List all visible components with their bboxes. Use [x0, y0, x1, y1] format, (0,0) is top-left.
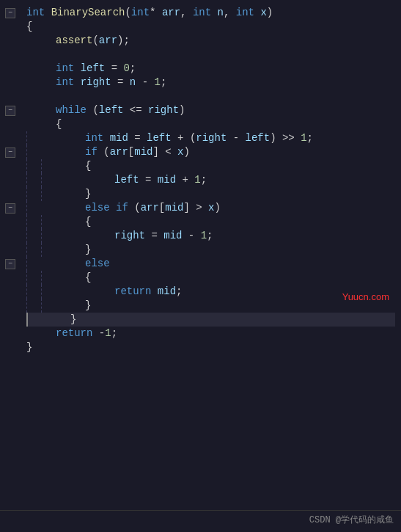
- gutter: − − − −: [0, 6, 21, 504]
- line-11: if (arr[mid] < x): [26, 145, 395, 159]
- code-editor: − − − −: [0, 0, 401, 532]
- code-content: int BinarySearch(int* arr, int n, int x)…: [21, 6, 401, 504]
- line-4: [26, 48, 395, 62]
- fold-marker-4[interactable]: −: [5, 203, 15, 214]
- line-24: return -1; Yuucn.com: [26, 327, 395, 340]
- watermark: Yuucn.com: [342, 290, 389, 304]
- line-17: right = mid - 1;: [26, 229, 395, 243]
- line-2: {: [26, 20, 395, 34]
- code-area: − − − −: [0, 0, 401, 510]
- line-12: {: [26, 159, 395, 173]
- line-22: }: [26, 299, 395, 313]
- line-5: int left = 0;: [26, 62, 395, 76]
- line-16: {: [26, 215, 395, 229]
- line-20: {: [26, 271, 395, 285]
- fold-marker-2[interactable]: −: [5, 106, 15, 116]
- line-23: }: [26, 313, 395, 327]
- line-19: else: [26, 257, 395, 271]
- fold-marker-5[interactable]: −: [5, 259, 15, 269]
- line-1: int BinarySearch(int* arr, int n, int x): [26, 6, 395, 20]
- line-8: while (left <= right): [26, 103, 395, 117]
- line-15: else if (arr[mid] > x): [26, 201, 395, 215]
- line-10: int mid = left + (right - left) >> 1;: [26, 131, 395, 145]
- fold-marker-1[interactable]: −: [5, 8, 15, 18]
- line-6: int right = n - 1;: [26, 76, 395, 90]
- csdn-tag: CSDN @学代码的咸鱼: [309, 514, 394, 526]
- line-3: assert(arr);: [26, 34, 395, 48]
- line-9: {: [26, 117, 395, 131]
- line-7: [26, 90, 395, 103]
- line-13: left = mid + 1;: [26, 173, 395, 187]
- line-18: }: [26, 243, 395, 257]
- fold-marker-3[interactable]: −: [5, 147, 15, 158]
- bottom-bar: CSDN @学代码的咸鱼: [0, 510, 401, 532]
- line-14: }: [26, 187, 395, 201]
- line-21: return mid;: [26, 285, 395, 299]
- line-25: }: [26, 340, 395, 354]
